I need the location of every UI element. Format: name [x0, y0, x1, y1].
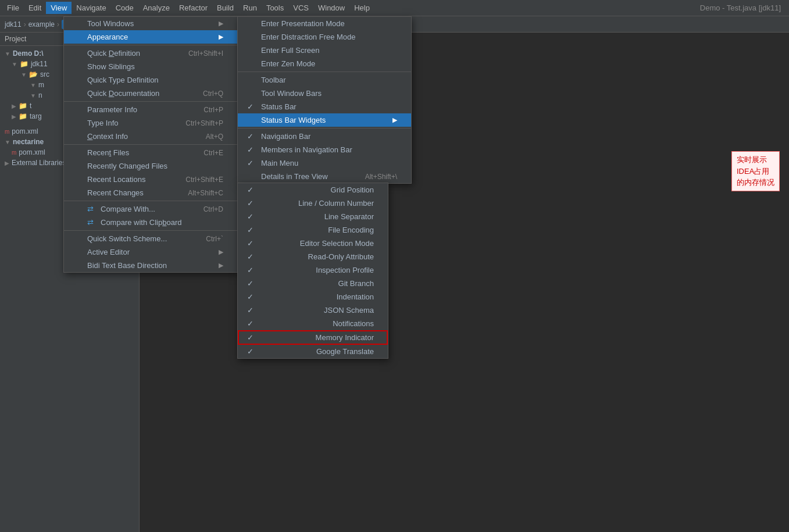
expand-icon-jdk11: ▼ — [12, 61, 17, 67]
menu-json-schema[interactable]: ✓ JSON Schema — [238, 304, 388, 317]
menu-quick-def[interactable]: Quick Definition Ctrl+Shift+I — [64, 47, 237, 60]
shortcut-context-info: Alt+Q — [206, 133, 223, 141]
expand-icon-ext: ▶ — [5, 160, 9, 166]
tree-label-src: src — [40, 70, 49, 78]
menu-bar: File Edit View Navigate Code Analyze Ref… — [0, 0, 789, 16]
menu-recent-files[interactable]: Recent Files Ctrl+E — [64, 146, 237, 159]
appearance-divider-2 — [238, 128, 411, 128]
annotation-text: 实时展示IDEA占用的内存情况 — [737, 155, 774, 187]
project-icon: ▼ — [5, 51, 10, 57]
menu-inspection-profile[interactable]: ✓ Inspection Profile — [238, 263, 388, 277]
check-line-column: ✓ — [247, 199, 256, 208]
menu-file-encoding[interactable]: ✓ File Encoding — [238, 223, 388, 237]
expand-icon-targ: ▶ — [12, 113, 16, 120]
menu-recently-changed[interactable]: Recently Changed Files — [64, 159, 237, 173]
menu-indentation[interactable]: ✓ Indentation — [238, 290, 388, 304]
check-status-bar: ✓ — [247, 102, 256, 111]
menu-appearance[interactable]: Appearance ▶ — [64, 30, 237, 44]
menu-compare-with[interactable]: ⇄ Compare With... Ctrl+D — [64, 202, 237, 216]
menu-read-only[interactable]: ✓ Read-Only Attribute — [238, 250, 388, 263]
menu-bidi[interactable]: Bidi Text Base Direction ▶ — [64, 259, 237, 272]
menu-nav-bar[interactable]: ✓ Navigation Bar — [238, 130, 411, 143]
menu-distraction-free[interactable]: Enter Distraction Free Mode — [238, 30, 411, 44]
menu-zen-mode[interactable]: Enter Zen Mode — [238, 57, 411, 70]
menu-show-siblings[interactable]: Show Siblings — [64, 60, 237, 73]
memory-indicator-label: Memory Indicator — [316, 333, 374, 342]
menu-status-bar-widgets[interactable]: Status Bar Widgets ▶ — [238, 113, 411, 127]
folder-icon-jdk11: 📁 — [20, 60, 28, 68]
menu-build[interactable]: Build — [212, 2, 238, 14]
menu-line-separator[interactable]: ✓ Line Separator — [238, 210, 388, 223]
shortcut-recent-files: Ctrl+E — [204, 149, 223, 157]
menu-toolbar[interactable]: Toolbar — [238, 73, 411, 87]
check-nav-bar: ✓ — [247, 132, 256, 141]
menu-context-info[interactable]: Context Info Alt+Q — [64, 130, 237, 143]
menu-main-menu[interactable]: ✓ Main Menu — [238, 156, 411, 170]
menu-recent-changes[interactable]: Recent Changes Alt+Shift+C — [64, 186, 237, 199]
menu-grid-position[interactable]: ✓ Grid Position — [238, 183, 388, 197]
file-icon-pom: m — [12, 149, 16, 156]
menu-refactor[interactable]: Refactor — [174, 2, 212, 14]
tree-label-t: t — [30, 102, 31, 110]
menu-vcs[interactable]: VCS — [288, 2, 313, 14]
menu-status-bar[interactable]: ✓ Status Bar — [238, 100, 411, 113]
arrow-widgets: ▶ — [392, 116, 397, 124]
menu-git-branch[interactable]: ✓ Git Branch — [238, 277, 388, 290]
menu-quick-switch[interactable]: Quick Switch Scheme... Ctrl+` — [64, 232, 237, 245]
breadcrumb-root[interactable]: jdk11 — [5, 20, 22, 28]
menu-tool-window-bars[interactable]: Tool Window Bars — [238, 87, 411, 100]
shortcut-recent-locations: Ctrl+Shift+E — [185, 176, 223, 184]
menu-tools[interactable]: Tools — [262, 2, 288, 14]
tree-label-nectarine: nectarine — [13, 138, 44, 146]
tree-label-m: m — [38, 81, 44, 89]
expand-icon-src: ▼ — [21, 72, 27, 78]
breadcrumb-example[interactable]: example — [28, 20, 55, 28]
menu-full-screen[interactable]: Enter Full Screen — [238, 44, 411, 57]
menu-file[interactable]: File — [2, 2, 24, 14]
check-notifications: ✓ — [247, 319, 256, 328]
menu-edit[interactable]: Edit — [24, 2, 46, 14]
menu-help[interactable]: Help — [349, 2, 374, 14]
src-icon: 📂 — [29, 70, 38, 78]
tree-label-demo: Demo D:\ — [13, 49, 44, 58]
menu-google-translate[interactable]: ✓ Google Translate — [238, 345, 388, 358]
arrow-active-editor: ▶ — [219, 248, 223, 256]
menu-param-info[interactable]: Parameter Info Ctrl+P — [64, 103, 237, 116]
tree-label-n: n — [38, 91, 42, 99]
annotation-box: 实时展示IDEA占用的内存情况 — [731, 151, 780, 191]
menu-compare-clipboard[interactable]: ⇄ Compare with Clipboard — [64, 216, 237, 229]
menu-quick-doc[interactable]: Quick Documentation Ctrl+Q — [64, 87, 237, 100]
menu-editor-selection[interactable]: ✓ Editor Selection Mode — [238, 237, 388, 250]
menu-recent-locations[interactable]: Recent Locations Ctrl+Shift+E — [64, 173, 237, 186]
menu-notifications[interactable]: ✓ Notifications — [238, 317, 388, 330]
menu-quick-type[interactable]: Quick Type Definition — [64, 73, 237, 87]
menu-type-info[interactable]: Type Info Ctrl+Shift+P — [64, 116, 237, 130]
menu-members-nav[interactable]: ✓ Members in Navigation Bar — [238, 143, 411, 156]
breadcrumb-sep-2: › — [57, 20, 59, 28]
compare-clip-icon: ⇄ — [87, 218, 94, 227]
file-icon-pom-m: m — [5, 128, 9, 135]
check-inspection-profile: ✓ — [247, 266, 256, 274]
expand-icon-t: ▶ — [12, 103, 16, 109]
menu-navigate[interactable]: Navigate — [72, 2, 110, 14]
menu-window[interactable]: Window — [313, 2, 349, 14]
menu-line-column[interactable]: ✓ Line / Column Number — [238, 197, 388, 210]
menu-code[interactable]: Code — [111, 2, 138, 14]
menu-memory-indicator[interactable]: ✓ Memory Indicator — [238, 330, 388, 345]
shortcut-compare: Ctrl+D — [204, 205, 223, 213]
menu-tool-windows[interactable]: Tool Windows ▶ — [64, 17, 237, 30]
menu-active-editor[interactable]: Active Editor ▶ — [64, 245, 237, 259]
menu-run[interactable]: Run — [238, 2, 262, 14]
menu-presentation-mode[interactable]: Enter Presentation Mode — [238, 17, 411, 30]
project-icon-nectarine: ▼ — [5, 139, 10, 145]
arrow-appearance: ▶ — [219, 33, 223, 41]
check-json-schema: ✓ — [247, 306, 256, 315]
menu-view[interactable]: View — [46, 2, 72, 14]
menu-details-tree[interactable]: Details in Tree View Alt+Shift+\ — [238, 170, 411, 183]
window-title: Demo - Test.java [jdk11] — [700, 3, 787, 12]
tree-label-jdk11: jdk11 — [31, 60, 48, 68]
appearance-submenu: Enter Presentation Mode Enter Distractio… — [237, 16, 412, 184]
divider-3 — [64, 144, 237, 145]
shortcut-recent-changes: Alt+Shift+C — [188, 189, 223, 197]
menu-analyze[interactable]: Analyze — [138, 2, 174, 14]
